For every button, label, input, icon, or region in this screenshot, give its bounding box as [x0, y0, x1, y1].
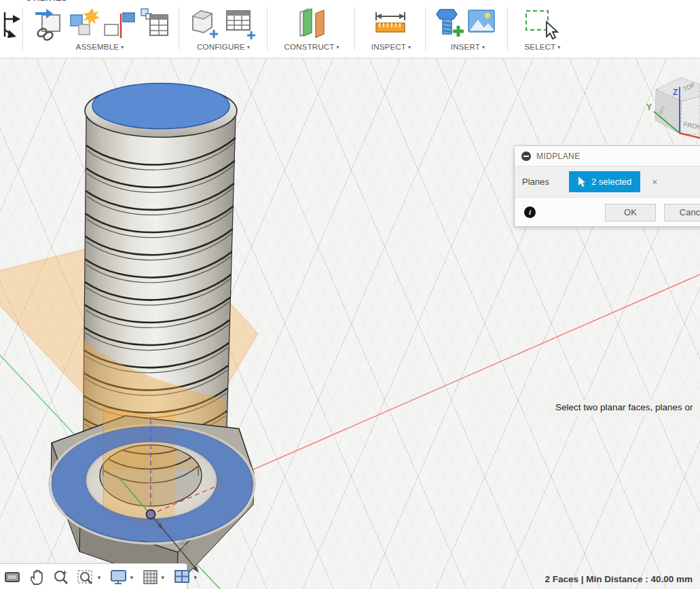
- chevron-down-icon: ▾: [408, 44, 411, 50]
- configure-menu[interactable]: CONFIGURE▾: [179, 43, 268, 51]
- configure-icon[interactable]: [187, 7, 220, 42]
- construct-plane-icon[interactable]: [295, 7, 333, 42]
- selected-top-face[interactable]: [92, 84, 229, 129]
- status-measurement: 2 Faces | Min Distance : 40.00 mm: [545, 574, 693, 584]
- dialog-title: MIDPLANE: [536, 151, 581, 161]
- main-toolbar: UTILITIES: [0, 0, 700, 58]
- cancel-button[interactable]: Cancel: [664, 204, 700, 221]
- viewcube-z-label: Z: [673, 88, 678, 97]
- planes-selection-row: Planes 2 selected ×: [515, 166, 700, 198]
- scene-3d: 90 TOP LEFT FRONT Z Y: [0, 0, 700, 589]
- origin-point[interactable]: [147, 510, 155, 519]
- chevron-down-icon: ▾: [121, 44, 124, 50]
- toolbar-tab-partial[interactable]: UTILITIES: [26, 0, 79, 3]
- configuration-table-icon[interactable]: [224, 7, 257, 42]
- insert-component-icon[interactable]: [33, 7, 65, 42]
- pan-button[interactable]: [26, 568, 47, 587]
- command-prompt-text: Select two planar faces, planes or: [549, 399, 700, 416]
- chevron-down-icon: ▾: [247, 44, 250, 50]
- chevron-down-icon: ▼: [160, 575, 166, 581]
- chevron-down-icon: ▼: [193, 575, 198, 581]
- chevron-down-icon: ▼: [129, 575, 134, 581]
- chevron-down-icon: ▾: [336, 44, 339, 50]
- selection-chip-label: 2 selected: [591, 177, 631, 187]
- viewcube[interactable]: TOP LEFT FRONT Z Y: [646, 77, 700, 138]
- navigation-bar: ▼ ▼ ▼ ▼: [0, 563, 187, 589]
- midplane-dialog: MIDPLANE Planes 2 selected × i OK Cancel: [514, 145, 700, 227]
- selection-chip[interactable]: 2 selected: [569, 171, 640, 192]
- joint-icon[interactable]: [103, 10, 136, 42]
- inspect-menu[interactable]: INSPECT▾: [347, 43, 435, 51]
- ok-button[interactable]: OK: [605, 204, 656, 221]
- clear-selection-button[interactable]: ×: [652, 177, 657, 188]
- dialog-footer: i OK Cancel: [515, 198, 700, 226]
- chevron-down-icon: ▾: [482, 44, 485, 50]
- look-at-button[interactable]: [2, 569, 22, 586]
- grid-snaps-button[interactable]: ▼: [141, 568, 168, 587]
- new-component-icon[interactable]: [68, 7, 100, 42]
- viewcube-y-label: Y: [646, 103, 652, 112]
- cursor-icon: [578, 177, 587, 188]
- section-tool-partial-icon[interactable]: [0, 10, 23, 42]
- chevron-down-icon: ▾: [557, 44, 560, 50]
- display-settings-button[interactable]: ▼: [108, 568, 136, 587]
- insert-fastener-icon[interactable]: [435, 7, 466, 42]
- planes-label: Planes: [522, 177, 569, 187]
- midplane-command-icon: [521, 151, 531, 161]
- zoom-button[interactable]: [51, 568, 71, 587]
- info-icon[interactable]: i: [524, 207, 536, 218]
- insert-image-icon[interactable]: [467, 9, 497, 36]
- construct-menu[interactable]: CONSTRUCT▾: [268, 43, 356, 51]
- bom-table-icon[interactable]: [139, 7, 172, 42]
- select-menu[interactable]: SELECT▾: [498, 43, 587, 51]
- assemble-menu[interactable]: ASSEMBLE▾: [56, 43, 144, 51]
- select-tool-icon[interactable]: [524, 9, 562, 40]
- midplane-dialog-header[interactable]: MIDPLANE: [515, 146, 700, 166]
- chevron-down-icon: ▼: [96, 575, 102, 581]
- measure-icon[interactable]: [373, 11, 407, 41]
- fit-button[interactable]: ▼: [75, 568, 104, 587]
- viewports-button[interactable]: ▼: [172, 568, 200, 587]
- fusion360-window: 90 TOP LEFT FRONT Z Y UTILITIES: [0, 0, 700, 589]
